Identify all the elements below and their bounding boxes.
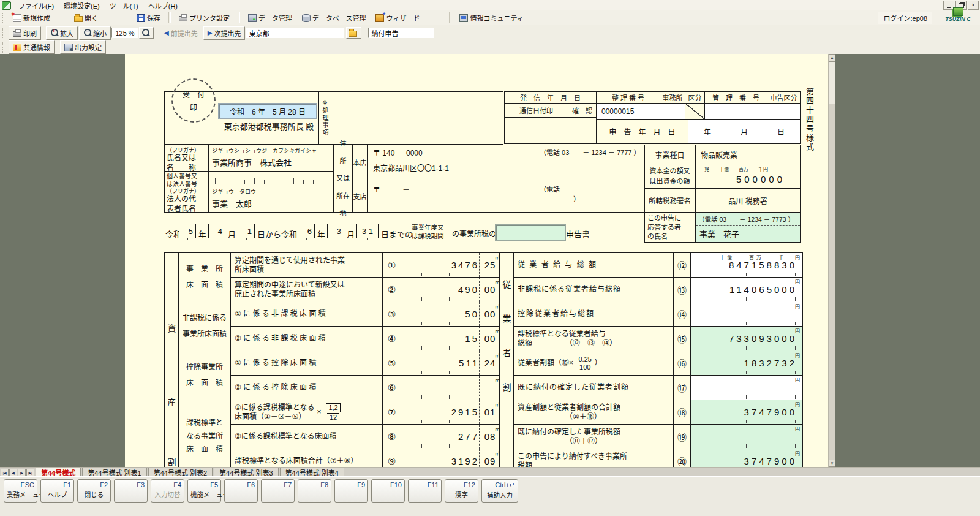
- fkey-f6[interactable]: F6: [224, 479, 258, 503]
- output-settings-button[interactable]: 出力設定: [60, 40, 106, 54]
- period-kind-field[interactable]: [495, 224, 566, 241]
- scroll-up-button[interactable]: ▲: [829, 54, 835, 61]
- period-day2-field[interactable]: 3 1: [356, 224, 379, 238]
- row-desc: 算定期間を通じて使用された事業 所床面積: [231, 253, 383, 278]
- fkey-esc[interactable]: ESC業務メニュー: [4, 479, 37, 503]
- menu-settings[interactable]: 環境設定(E): [59, 0, 105, 11]
- period-day1-field[interactable]: 1: [238, 224, 255, 238]
- fkey-f12[interactable]: F12漢字: [445, 479, 478, 503]
- tab-form-44-appendix4[interactable]: 第44号様式 別表4: [280, 468, 344, 477]
- toolbar-separator: [238, 12, 240, 23]
- digit-ticks: [407, 371, 477, 374]
- floor-area-field[interactable]: 347625 ㎡: [401, 253, 502, 278]
- period-year1-field[interactable]: 5: [179, 224, 196, 238]
- floor-area-field[interactable]: ㎡: [401, 376, 502, 400]
- toolbar-handle[interactable]: [2, 13, 6, 23]
- fkey-f11[interactable]: F11: [408, 479, 442, 503]
- form-kind-input[interactable]: [368, 28, 434, 38]
- respondent-field[interactable]: （電話 03 － 1234 － 7773 ） 事業 花子: [695, 212, 801, 243]
- menu-file[interactable]: ファイル(F): [13, 0, 59, 11]
- zoom-out-button[interactable]: −縮小: [79, 26, 111, 40]
- tax-office-field[interactable]: 品川 税務署: [695, 188, 801, 213]
- period-until: 日までの: [381, 228, 413, 240]
- vertical-scr ollbar[interactable]: ▲ ▼: [828, 54, 835, 467]
- fkey-f7[interactable]: F7: [261, 479, 295, 503]
- comm-date-stamp-field[interactable]: [504, 117, 597, 144]
- floor-area-field[interactable]: 27708 ㎡: [401, 425, 502, 449]
- info-community-button[interactable]: 情報コミュニティ: [455, 11, 527, 25]
- new-button[interactable]: 新規作成: [9, 11, 55, 25]
- floor-area-field[interactable]: 49000 ㎡: [401, 278, 502, 302]
- unit-yen: 円: [795, 352, 800, 359]
- destination-input[interactable]: [246, 28, 344, 38]
- tab-form-44-appendix1[interactable]: 第44号様式 別表1: [82, 468, 146, 477]
- mgmt-number-field[interactable]: [704, 103, 767, 120]
- period-month2-field[interactable]: 3: [327, 224, 344, 238]
- amount-field[interactable]: 1832732 円: [691, 351, 802, 376]
- scroll-down-button[interactable]: ▼: [829, 460, 835, 467]
- amount-field[interactable]: 十億 百万 千 847158830 円: [691, 253, 802, 278]
- amount-field[interactable]: 円: [691, 376, 802, 400]
- amount-field[interactable]: 733093000 円: [691, 327, 802, 351]
- branch-address-field[interactable]: 〒 － （電話 － － ）: [368, 180, 644, 213]
- tab-form-44-appendix2[interactable]: 第44号様式 別表2: [148, 468, 213, 477]
- name-field[interactable]: ジギョウショショウジ カブシキガイシャ 事業所商事 株式会社: [208, 145, 334, 172]
- amount-field[interactable]: 円: [691, 302, 802, 327]
- fkey-f9[interactable]: F9: [334, 479, 368, 503]
- filing-ymd-field[interactable]: 年 月 日: [688, 119, 801, 144]
- fkey-f1[interactable]: F1ヘルプ: [40, 479, 74, 503]
- branch-tel: （電話 － － ）: [540, 184, 639, 203]
- tab-form-44-appendix3[interactable]: 第44号様式 別表3: [214, 468, 278, 477]
- digit-ticks: [698, 273, 796, 276]
- destination-picker-button[interactable]: [346, 27, 361, 39]
- save-button[interactable]: 保存: [132, 11, 165, 25]
- business-type-field[interactable]: 物品販売業: [695, 145, 801, 164]
- toolbar-handle[interactable]: [2, 42, 6, 53]
- digit-ticks: [698, 444, 796, 448]
- amount-field[interactable]: 114065000 円: [691, 278, 802, 302]
- digit-ticks: [407, 420, 477, 423]
- fkey-f2[interactable]: F2閉じる: [77, 479, 111, 503]
- fkey-ctrl-enter[interactable]: Ctrl+↵補助入力: [481, 479, 518, 503]
- row-desc: ② に 係 る 非 課 税 床 面 積: [231, 327, 383, 351]
- open-button[interactable]: 開く: [70, 11, 102, 25]
- printer-setup-button[interactable]: プリンタ設定: [175, 11, 234, 25]
- print-button[interactable]: 印刷: [9, 26, 41, 40]
- zoom-in-button[interactable]: +拡大: [46, 26, 78, 40]
- next-destination-button[interactable]: ▶次提出先: [203, 26, 246, 40]
- office-field[interactable]: [660, 103, 685, 120]
- rep-name-field[interactable]: ジギョウ タロウ 事業 太郎: [208, 186, 334, 213]
- zoom-select-button[interactable]: [139, 27, 154, 39]
- fkey-f3[interactable]: F3: [114, 479, 148, 503]
- filing-date-field[interactable]: 令和 6 年 5 月 28 日: [218, 103, 317, 119]
- amount-field[interactable]: 3747900 円: [691, 449, 802, 467]
- common-info-button[interactable]: 共通情報: [9, 40, 55, 54]
- database-management-button[interactable]: データベース管理: [298, 11, 370, 25]
- tab-form-44[interactable]: 第44号様式: [36, 468, 81, 477]
- amount-field[interactable]: 3747900 円: [691, 400, 802, 425]
- fkey-f10[interactable]: F10: [371, 479, 405, 503]
- period-month1-field[interactable]: 4: [208, 224, 225, 238]
- amount-field[interactable]: 円: [691, 425, 802, 449]
- wizard-button[interactable]: ウィザード: [371, 11, 424, 25]
- menu-help[interactable]: ヘルプ(H): [143, 0, 183, 11]
- filing-class-field[interactable]: [767, 103, 801, 120]
- period-year2-field[interactable]: 6: [298, 224, 315, 238]
- menu-tools[interactable]: ツール(T): [105, 0, 143, 11]
- side-char: 資: [165, 322, 178, 334]
- fkey-f5[interactable]: F5機能メニュー: [187, 479, 221, 503]
- floor-area-field[interactable]: 51124 ㎡: [401, 351, 502, 376]
- toolbar-handle[interactable]: [2, 28, 6, 38]
- capital-field[interactable]: 兆 十億 百万 千円 500000: [695, 164, 801, 189]
- kubun-field[interactable]: [685, 103, 705, 120]
- floor-area-field[interactable]: 5000 ㎡: [401, 302, 502, 327]
- floor-area-field[interactable]: 1500 ㎡: [401, 327, 502, 351]
- fkey-f8[interactable]: F8: [298, 479, 331, 503]
- ref-number-field[interactable]: 00000015: [596, 103, 660, 120]
- data-management-button[interactable]: データ管理: [244, 11, 296, 25]
- head-office-address-field[interactable]: 〒 140 － 0000 （電話 03 － 1234 － 7777 ） 東京都品…: [368, 145, 644, 180]
- floor-area-field[interactable]: 291501 ㎡: [401, 400, 502, 425]
- corp-number-field[interactable]: [208, 171, 334, 186]
- scroll-thumb[interactable]: [829, 61, 835, 104]
- floor-area-field[interactable]: 319209 ㎡: [401, 449, 502, 467]
